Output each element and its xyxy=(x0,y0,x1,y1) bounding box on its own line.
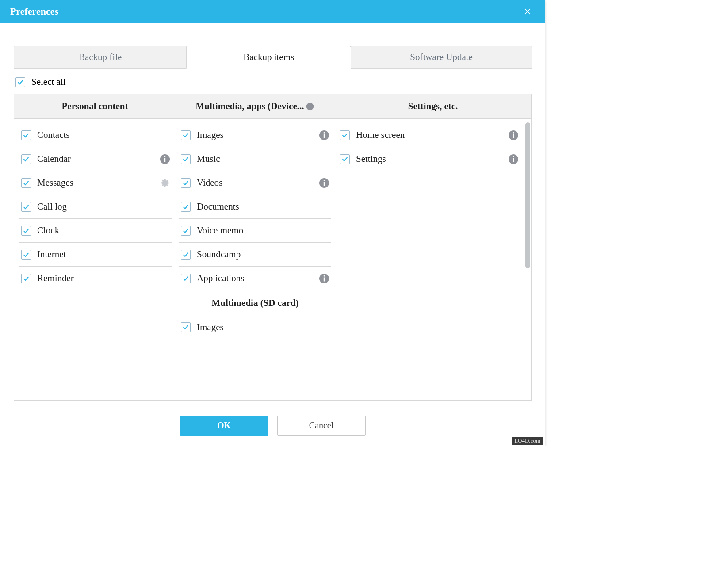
list-item: Messages xyxy=(19,171,172,195)
item-checkbox[interactable] xyxy=(181,274,191,283)
item-checkbox[interactable] xyxy=(21,274,31,283)
item-checkbox[interactable] xyxy=(181,250,191,260)
info-icon[interactable] xyxy=(508,130,519,141)
scrollbar[interactable] xyxy=(525,122,530,268)
item-checkbox[interactable] xyxy=(181,130,191,140)
info-icon[interactable] xyxy=(508,154,519,164)
watermark: LO4D.com xyxy=(512,437,543,445)
list-item: Calendar xyxy=(19,147,172,171)
item-checkbox[interactable] xyxy=(21,202,31,212)
list-item: Contacts xyxy=(19,123,172,147)
item-checkbox[interactable] xyxy=(21,178,31,188)
items-grid: Personal content Multimedia, apps (Devic… xyxy=(14,94,532,401)
tab-backup-items[interactable]: Backup items xyxy=(186,46,351,69)
svg-rect-19 xyxy=(513,158,514,162)
svg-rect-2 xyxy=(310,104,311,105)
svg-rect-20 xyxy=(513,156,514,157)
item-checkbox[interactable] xyxy=(181,226,191,236)
info-icon[interactable] xyxy=(319,273,329,284)
item-label: Internet xyxy=(37,249,170,260)
subsection-header: Multimedia (SD card) xyxy=(179,290,331,315)
close-icon[interactable] xyxy=(520,4,535,19)
item-label: Voice memo xyxy=(197,225,329,236)
column-header-settings: Settings, etc. xyxy=(335,94,531,118)
column-multimedia: ImagesMusicVideosDocumentsVoice memoSoun… xyxy=(176,119,335,400)
svg-rect-14 xyxy=(324,275,325,277)
list-item: Internet xyxy=(19,243,172,267)
item-checkbox[interactable] xyxy=(21,250,31,260)
item-label: Home screen xyxy=(356,130,502,141)
list-item: Reminder xyxy=(19,267,172,290)
list-item: Home screen xyxy=(338,123,520,147)
svg-rect-16 xyxy=(513,134,514,138)
tab-label: Backup items xyxy=(243,52,294,63)
titlebar: Preferences xyxy=(0,0,545,23)
item-checkbox[interactable] xyxy=(181,202,191,212)
item-label: Images xyxy=(197,322,329,333)
dialog-body: Backup file Backup items Software Update… xyxy=(0,23,545,401)
list-item: Applications xyxy=(179,267,331,290)
item-checkbox[interactable] xyxy=(181,178,191,188)
item-label: Contacts xyxy=(37,130,170,141)
item-label: Call log xyxy=(37,201,170,212)
item-checkbox[interactable] xyxy=(21,130,31,140)
list-item: Call log xyxy=(19,195,172,219)
select-all-checkbox[interactable] xyxy=(15,77,25,87)
list-item: Music xyxy=(179,147,331,171)
info-icon[interactable] xyxy=(160,154,170,164)
item-checkbox[interactable] xyxy=(340,130,350,140)
item-label: Reminder xyxy=(37,273,170,284)
tab-label: Backup file xyxy=(79,52,122,63)
item-checkbox[interactable] xyxy=(340,154,350,164)
item-label: Images xyxy=(197,130,313,141)
item-checkbox[interactable] xyxy=(21,226,31,236)
svg-rect-7 xyxy=(324,134,325,138)
column-header-personal: Personal content xyxy=(14,94,176,118)
preferences-dialog: Preferences Backup file Backup items Sof… xyxy=(0,0,545,446)
column-personal: ContactsCalendarMessagesCall logClockInt… xyxy=(14,119,176,400)
dialog-title: Preferences xyxy=(10,6,58,17)
item-label: Music xyxy=(197,153,329,164)
list-item: Soundcamp xyxy=(179,243,331,267)
item-label: Settings xyxy=(356,153,502,164)
item-checkbox[interactable] xyxy=(181,322,191,332)
dialog-footer: OK Cancel xyxy=(0,405,545,446)
list-item: Clock xyxy=(19,219,172,243)
list-item: Images xyxy=(179,315,331,339)
item-label: Documents xyxy=(197,201,329,212)
cancel-button[interactable]: Cancel xyxy=(277,416,366,436)
select-all-row: Select all xyxy=(14,69,532,94)
list-item: Documents xyxy=(179,195,331,219)
info-icon[interactable] xyxy=(319,130,329,141)
svg-rect-10 xyxy=(324,182,325,186)
item-label: Applications xyxy=(197,273,313,284)
svg-rect-5 xyxy=(164,156,165,157)
svg-rect-1 xyxy=(310,106,311,109)
select-all-label: Select all xyxy=(31,76,66,88)
svg-rect-13 xyxy=(324,277,325,281)
item-label: Calendar xyxy=(37,153,153,164)
tabs: Backup file Backup items Software Update xyxy=(14,46,532,69)
list-item: Videos xyxy=(179,171,331,195)
item-label: Messages xyxy=(37,177,153,188)
item-label: Clock xyxy=(37,225,170,236)
grid-header: Personal content Multimedia, apps (Devic… xyxy=(14,94,531,119)
svg-rect-11 xyxy=(324,180,325,181)
svg-rect-17 xyxy=(513,132,514,134)
tab-backup-file[interactable]: Backup file xyxy=(14,46,187,68)
list-item: Voice memo xyxy=(179,219,331,243)
info-icon[interactable] xyxy=(306,102,314,111)
column-header-multimedia: Multimedia, apps (Device... xyxy=(176,94,335,118)
grid-body: ContactsCalendarMessagesCall logClockInt… xyxy=(14,119,531,400)
gear-icon[interactable] xyxy=(160,178,170,188)
ok-button[interactable]: OK xyxy=(180,416,268,436)
column-settings: Home screenSettings xyxy=(335,119,531,400)
item-checkbox[interactable] xyxy=(21,154,31,164)
svg-rect-4 xyxy=(164,158,165,162)
svg-rect-8 xyxy=(324,132,325,134)
list-item: Images xyxy=(179,123,331,147)
item-label: Soundcamp xyxy=(197,249,329,260)
item-checkbox[interactable] xyxy=(181,154,191,164)
info-icon[interactable] xyxy=(319,178,329,188)
tab-software-update[interactable]: Software Update xyxy=(351,46,532,68)
